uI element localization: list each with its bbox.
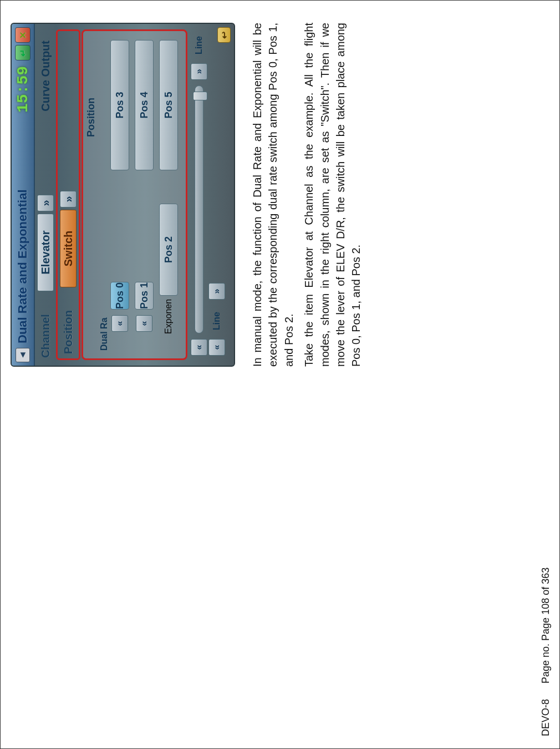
page-footer: DEVO-8 Page no. Page 108 of 363 [533,13,552,736]
caption-block: In manual mode, the function of Dual Rat… [250,23,364,367]
clock-readout: 15:59 [14,64,32,113]
position-button-5[interactable]: Pos 5 [159,40,178,170]
line2-next-chevron-icon[interactable]: » [208,283,225,300]
window-title: Dual Rate and Exponential [16,190,30,344]
line-slider[interactable] [195,85,203,333]
pos0-prev-chevron-icon[interactable]: « [111,315,128,332]
dual-rate-row: Dual Ra [97,31,110,358]
window-titlebar: ◄ Dual Rate and Exponential 15:59 ↵ ✕ [12,24,35,366]
segment-line-label: Line [194,36,204,54]
exponential-label: Exponen [164,299,174,334]
position-button-4[interactable]: Pos 4 [135,40,154,170]
ok-icon[interactable]: ↵ [15,45,30,60]
channel-next-chevron-icon[interactable]: » [37,195,54,211]
line-prev-chevron-icon[interactable]: « [191,339,207,356]
line-row: « » Line [190,24,208,366]
caption-paragraph-1: In manual mode, the function of Dual Rat… [250,23,297,367]
position-next-chevron-icon[interactable]: » [60,191,77,208]
left-blank-column [11,381,369,736]
channel-label: Channel [39,291,52,358]
position-button-3[interactable]: Pos 3 [110,40,129,170]
curve-output-label: Curve Output [39,29,52,112]
channel-row: Channel Elevator » Curve Output [35,24,55,366]
position-button-2[interactable]: Pos 2 [159,204,178,296]
line-label: Line [212,312,222,330]
pos1-prev-chevron-icon[interactable]: « [136,315,152,332]
position-label: Position [62,287,75,354]
channel-value[interactable]: Elevator [37,214,54,291]
right-column: ◄ Dual Rate and Exponential 15:59 ↵ ✕ Ch… [11,23,369,367]
position-grid: « Pos 0 Pos 3 « Pos 1 Pos 4 Exponen Pos … [110,31,186,358]
position-button-0[interactable]: Pos 0 [110,282,129,310]
position-panel: Position Dual Ra « Pos 0 Pos 3 « Pos 1 [82,29,187,360]
device-screenshot: ◄ Dual Rate and Exponential 15:59 ↵ ✕ Ch… [11,23,235,367]
caption-paragraph-2: Take the item Elevator at Channel as the… [301,23,364,367]
close-icon[interactable]: ✕ [15,27,30,43]
line2-prev-chevron-icon[interactable]: « [208,339,225,356]
position-button-1[interactable]: Pos 1 [135,282,154,310]
line-row-2: « Line » [208,24,226,366]
line-next-chevron-icon[interactable]: » [191,63,207,80]
position-row: Position Switch » [56,29,80,360]
page-sheet: ◄ Dual Rate and Exponential 15:59 ↵ ✕ Ch… [0,0,560,749]
position-value[interactable]: Switch [60,210,77,287]
return-arrow-icon[interactable]: ↩ [217,27,231,43]
footer-page: Page no. Page 108 of 363 [540,568,552,684]
dual-rate-label: Dual Ra [99,290,109,351]
content-row: ◄ Dual Rate and Exponential 15:59 ↵ ✕ Ch… [11,13,369,736]
position-panel-title: Position [83,31,97,358]
back-icon[interactable]: ◄ [16,348,30,362]
footer-model: DEVO-8 [540,699,552,736]
